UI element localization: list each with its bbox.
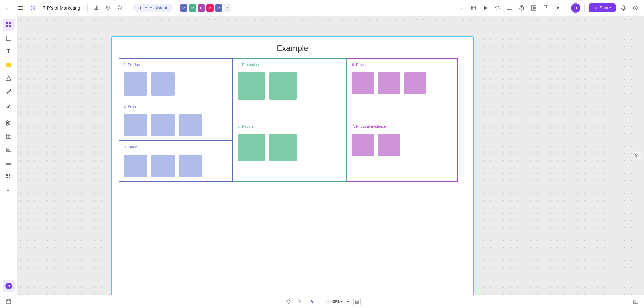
play-button[interactable]	[481, 3, 490, 13]
left-column: 1. Product 2. Price	[119, 58, 233, 182]
zoom-chevron-icon	[340, 301, 343, 303]
svg-rect-14	[534, 6, 536, 8]
toolbar-left: ← 7 P's of Marketing AI Assistant P	[4, 3, 454, 13]
sidebar-item-shapes[interactable]	[3, 72, 15, 84]
sidebar-item-table[interactable]	[3, 130, 15, 142]
zoom-percentage: 38%	[332, 299, 340, 304]
sidebar-item-text[interactable]: T	[3, 46, 15, 58]
process-item-3	[404, 72, 426, 94]
svg-rect-54	[9, 300, 10, 301]
undo-button[interactable]	[284, 297, 293, 306]
comment-button[interactable]	[505, 3, 514, 13]
place-item-2	[151, 155, 175, 177]
process-item-1	[352, 72, 374, 94]
zoom-in-button[interactable]: +	[344, 298, 352, 305]
svg-rect-46	[9, 177, 10, 178]
tab-pill-3[interactable]: P	[198, 4, 205, 12]
tab-pill-1[interactable]: P	[180, 4, 187, 12]
tab-pill-more[interactable]: ‹	[224, 4, 231, 12]
sep5	[584, 4, 585, 12]
bottom-right	[631, 297, 640, 306]
svg-point-17	[595, 7, 596, 8]
sidebar-item-more[interactable]: ···	[3, 184, 15, 196]
search-button[interactable]	[116, 3, 125, 13]
timer-button[interactable]	[517, 3, 526, 13]
menu-button[interactable]	[16, 3, 25, 13]
physical-evidence-item-2	[378, 134, 400, 156]
place-item-1	[124, 155, 147, 177]
bottom-left	[4, 297, 13, 306]
bottom-toolbar: − 38% +	[0, 295, 644, 308]
sidebar-item-brush[interactable]	[3, 99, 15, 111]
process-item-2	[378, 72, 400, 94]
people-item-1	[238, 134, 265, 161]
layout-button[interactable]	[529, 3, 538, 13]
svg-marker-9	[484, 6, 487, 10]
sidebar-item-grid[interactable]	[3, 171, 15, 183]
svg-rect-44	[9, 174, 10, 176]
people-title: 5. People	[238, 124, 342, 128]
promotion-item-1	[238, 72, 265, 100]
notification-button[interactable]	[619, 3, 628, 13]
svg-rect-6	[471, 6, 475, 10]
svg-point-10	[495, 6, 499, 10]
flag-button[interactable]	[541, 3, 550, 13]
fit-button[interactable]	[353, 298, 361, 305]
tab-pill-4[interactable]: P	[206, 4, 214, 12]
history-icon[interactable]	[28, 3, 38, 13]
sidebar-item-scissors[interactable]	[3, 117, 15, 129]
separator3	[176, 4, 176, 12]
svg-point-16	[594, 7, 595, 8]
promotion-item-2	[269, 72, 297, 100]
sidebar-item-text-editor[interactable]	[3, 144, 15, 156]
zoom-out-button[interactable]: −	[323, 298, 330, 305]
price-card: 2. Price	[119, 100, 233, 141]
tag-button[interactable]	[104, 3, 113, 13]
svg-rect-24	[9, 22, 11, 24]
tab-pill-2[interactable]: P	[189, 4, 196, 12]
svg-point-30	[6, 121, 8, 123]
svg-marker-55	[311, 300, 314, 304]
svg-rect-25	[6, 25, 8, 27]
svg-point-18	[596, 7, 597, 8]
share-button[interactable]: Share	[589, 3, 616, 12]
redo-button[interactable]	[294, 297, 303, 306]
user-avatar[interactable]: B	[571, 3, 580, 13]
svg-text:b: b	[7, 284, 10, 288]
more-right-button[interactable]: ›	[457, 3, 466, 13]
doc-title: 7 P's of Marketing	[40, 5, 83, 11]
chevron-down-button[interactable]: ▾	[553, 3, 562, 13]
minimap-button[interactable]	[631, 297, 640, 306]
ai-assistant-button[interactable]: AI Assistant	[133, 4, 172, 12]
cursor-button[interactable]	[309, 297, 317, 306]
sidebar-item-list[interactable]	[3, 157, 15, 169]
bottom-center: − 38% +	[284, 297, 361, 306]
right-column: 6. Process 7. Physical Evidence	[347, 58, 458, 182]
sidebar-item-brand[interactable]: b	[3, 280, 15, 292]
svg-rect-53	[7, 300, 8, 301]
svg-rect-15	[534, 8, 536, 10]
sidebar-item-home[interactable]	[3, 19, 15, 31]
product-title: 1. Product	[124, 63, 228, 67]
product-card: 1. Product	[119, 58, 233, 100]
side-info-button[interactable]	[632, 151, 641, 160]
promotion-items	[238, 70, 342, 100]
zoom-value-control[interactable]: 38%	[332, 299, 343, 304]
svg-rect-43	[6, 174, 8, 176]
frames-button[interactable]	[4, 297, 13, 306]
process-card: 6. Process	[347, 58, 458, 120]
price-items	[124, 112, 228, 136]
info-button[interactable]	[631, 3, 640, 13]
tab-pills: P P P P P ‹	[180, 4, 231, 12]
back-button[interactable]: ←	[4, 3, 13, 13]
svg-point-22	[635, 7, 636, 7]
sidebar-item-pen[interactable]	[3, 86, 15, 98]
sidebar-item-sticky[interactable]	[3, 59, 15, 71]
process-items	[352, 70, 452, 94]
download-button[interactable]	[92, 3, 101, 13]
svg-marker-56	[340, 301, 343, 303]
frame-button[interactable]	[469, 3, 478, 13]
tab-pill-5[interactable]: P	[215, 4, 222, 12]
sidebar-item-frame[interactable]	[3, 32, 15, 44]
animation-button[interactable]	[493, 3, 502, 13]
